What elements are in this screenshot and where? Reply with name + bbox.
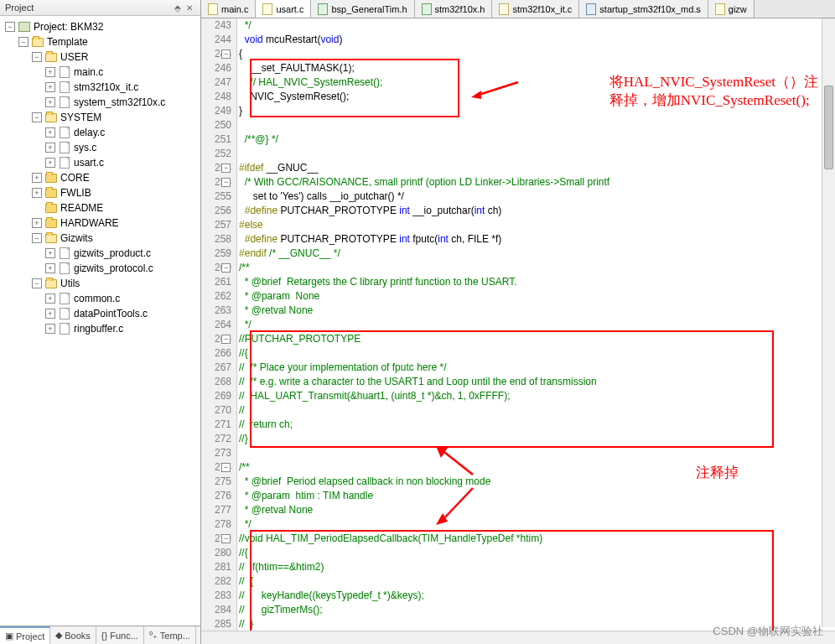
tree-file[interactable]: +dataPointTools.c bbox=[45, 306, 200, 321]
code-editor[interactable]: 243244245−246247248249250251252253−254−2… bbox=[201, 18, 835, 644]
tree-hardware[interactable]: +HARDWARE bbox=[32, 216, 200, 231]
project-panel: Project ⬘ ✕ −Project: BKM32 −Template −U… bbox=[0, 0, 201, 644]
file-icon bbox=[58, 96, 71, 108]
file-icon bbox=[318, 3, 328, 15]
folder-icon bbox=[44, 51, 58, 63]
tree-file[interactable]: +main.c bbox=[45, 65, 200, 80]
tree-file[interactable]: +gizwits_product.c bbox=[45, 246, 200, 261]
code-content[interactable]: */ void mcuRestart(void){ __set_FAULTMAS… bbox=[237, 18, 835, 644]
editor-area: main.cusart.cbsp_GeneralTim.hstm32f10x.h… bbox=[201, 0, 835, 644]
tree-file[interactable]: +stm32f10x_it.c bbox=[45, 80, 200, 95]
file-icon bbox=[58, 323, 71, 335]
tree-file[interactable]: +ringbuffer.c bbox=[45, 321, 200, 336]
editor-tab[interactable]: stm32f10x_it.c bbox=[492, 0, 579, 18]
folder-icon bbox=[44, 172, 58, 184]
editor-tab[interactable]: main.c bbox=[201, 0, 256, 18]
file-icon bbox=[58, 308, 71, 319]
tree-file[interactable]: +gizwits_protocol.c bbox=[45, 261, 200, 276]
folder-icon bbox=[44, 232, 58, 244]
editor-tab[interactable]: usart.c bbox=[256, 0, 311, 18]
vertical-scrollbar[interactable] bbox=[822, 18, 835, 627]
file-icon bbox=[422, 3, 432, 15]
file-icon bbox=[58, 262, 71, 274]
file-icon bbox=[586, 3, 596, 15]
file-icon bbox=[58, 127, 71, 138]
folder-icon bbox=[44, 112, 58, 123]
project-tree[interactable]: −Project: BKM32 −Template −USER +main.c … bbox=[0, 16, 200, 626]
tree-utils[interactable]: −Utils bbox=[32, 276, 200, 291]
tree-fwlib[interactable]: +FWLIB bbox=[32, 185, 200, 200]
editor-tab[interactable]: bsp_GeneralTim.h bbox=[311, 0, 414, 18]
file-icon bbox=[58, 66, 71, 78]
editor-tab[interactable]: stm32f10x.h bbox=[415, 0, 493, 18]
file-icon bbox=[58, 81, 71, 93]
tree-file[interactable]: +system_stm32f10x.c bbox=[45, 95, 200, 110]
folder-icon bbox=[44, 278, 58, 289]
btab-books[interactable]: ◆Books bbox=[50, 626, 96, 644]
panel-title: Project bbox=[5, 3, 34, 13]
tree-template[interactable]: −Template bbox=[18, 34, 200, 49]
file-icon bbox=[58, 157, 71, 169]
folder-icon bbox=[31, 36, 44, 48]
line-gutter: 243244245−246247248249250251252253−254−2… bbox=[201, 18, 237, 644]
file-icon bbox=[208, 3, 218, 15]
bottom-tabbar: ▣Project ◆Books {}Func... ⁰₊Temp... bbox=[0, 626, 200, 644]
pin-icon[interactable]: ⬘ bbox=[172, 3, 184, 13]
btab-templates[interactable]: ⁰₊Temp... bbox=[144, 626, 196, 644]
tree-file[interactable]: +usart.c bbox=[45, 155, 200, 170]
file-icon bbox=[58, 247, 71, 259]
editor-tab[interactable]: gizw bbox=[708, 0, 755, 18]
editor-tabbar: main.cusart.cbsp_GeneralTim.hstm32f10x.h… bbox=[201, 0, 835, 18]
file-icon bbox=[499, 3, 509, 15]
btab-project[interactable]: ▣Project bbox=[0, 626, 50, 644]
folder-icon bbox=[44, 217, 58, 229]
file-icon bbox=[58, 142, 71, 153]
chip-icon bbox=[18, 21, 31, 33]
watermark: CSDN @物联网实验社 bbox=[713, 624, 823, 639]
close-icon[interactable]: ✕ bbox=[184, 3, 195, 13]
btab-functions[interactable]: {}Func... bbox=[96, 626, 144, 644]
panel-header: Project ⬘ ✕ bbox=[0, 0, 200, 16]
tree-system[interactable]: −SYSTEM bbox=[32, 110, 200, 125]
tree-root[interactable]: −Project: BKM32 bbox=[5, 19, 200, 34]
tree-file[interactable]: +sys.c bbox=[45, 140, 200, 155]
tree-user[interactable]: −USER bbox=[32, 49, 200, 65]
folder-icon bbox=[44, 202, 58, 214]
tree-core[interactable]: +CORE bbox=[32, 170, 200, 185]
tree-file[interactable]: +delay.c bbox=[45, 125, 200, 140]
tree-gizwits[interactable]: −Gizwits bbox=[32, 231, 200, 246]
editor-tab[interactable]: startup_stm32f10x_md.s bbox=[579, 0, 708, 18]
file-icon bbox=[58, 293, 71, 304]
tree-file[interactable]: +common.c bbox=[45, 291, 200, 306]
tree-readme[interactable]: README bbox=[32, 200, 200, 216]
file-icon bbox=[715, 3, 725, 15]
folder-icon bbox=[44, 187, 58, 199]
file-icon bbox=[262, 3, 272, 15]
